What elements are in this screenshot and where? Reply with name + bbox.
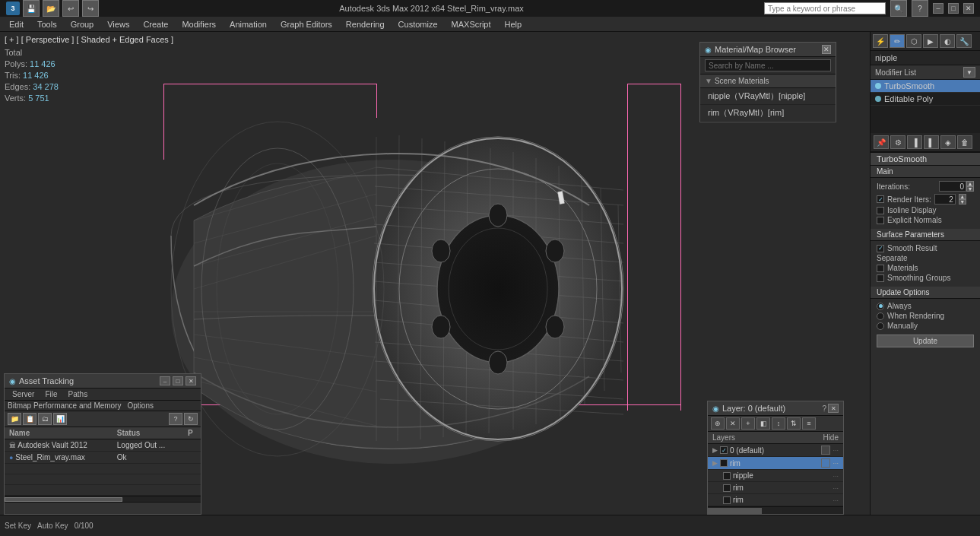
modifier-unique[interactable]: ◈ — [940, 135, 956, 149]
modifier-turbosmooth[interactable]: TurboSmooth — [871, 80, 980, 93]
menu-modifiers[interactable]: Modifiers — [176, 19, 222, 30]
asset-row-1[interactable]: 🏛 Autodesk Vault 2012 Logged Out ... — [5, 439, 201, 452]
update-options-section[interactable]: Update Options — [871, 287, 980, 299]
layer-tool-4[interactable]: ↕ — [772, 417, 785, 430]
layer-item-2[interactable]: nipple ··· — [708, 470, 843, 482]
surface-params-section[interactable]: Surface Parameters — [871, 229, 980, 241]
always-radio[interactable] — [877, 303, 884, 310]
render-iters-input[interactable] — [934, 194, 956, 205]
modifier-configure[interactable]: ⚙ — [890, 135, 905, 149]
layer-check-3[interactable] — [723, 484, 731, 492]
layer-tool-5[interactable]: ⇅ — [787, 417, 801, 430]
modifier-show-end[interactable]: ▐ — [907, 135, 922, 149]
modifier-list-dropdown[interactable]: ▼ — [963, 67, 975, 78]
right-tool-hierarchy[interactable]: ⬡ — [906, 34, 921, 48]
render-iters-check[interactable]: ✓ — [877, 195, 884, 203]
layer-item-1[interactable]: ▶ rim ··· — [708, 457, 843, 470]
render-iters-up[interactable]: ▲ — [959, 194, 966, 199]
asset-menu-server[interactable]: Server — [8, 389, 39, 399]
layer-check-1[interactable] — [720, 459, 728, 467]
asset-tool-help[interactable]: ? — [169, 413, 182, 425]
asset-maximize[interactable]: □ — [173, 376, 183, 385]
when-rendering-radio[interactable] — [877, 312, 884, 320]
menu-graph-editors[interactable]: Graph Editors — [274, 19, 338, 30]
layer-item-0[interactable]: ▶ ✓ 0 (default) ··· — [708, 444, 843, 457]
right-tool-display[interactable]: ◐ — [940, 34, 955, 48]
explicit-check[interactable] — [877, 217, 884, 224]
smoothing-groups-check[interactable] — [877, 274, 884, 282]
toolbar-btn-3[interactable]: ↩ — [62, 0, 79, 17]
menu-create[interactable]: Create — [137, 19, 174, 30]
asset-tool-refresh[interactable]: ↻ — [184, 413, 198, 425]
toolbar-btn-1[interactable]: 💾 — [23, 0, 40, 17]
smooth-result-check[interactable]: ✓ — [877, 245, 884, 252]
iterations-input[interactable] — [939, 181, 966, 192]
asset-tool-3[interactable]: 🗂 — [38, 413, 52, 425]
toolbar-btn-2[interactable]: 📂 — [43, 0, 59, 17]
menu-animation[interactable]: Animation — [224, 19, 273, 30]
layer-tool-3[interactable]: ◧ — [756, 417, 770, 430]
menu-edit[interactable]: Edit — [3, 19, 30, 30]
asset-minimize[interactable]: – — [160, 376, 170, 385]
asset-row-2[interactable]: ● Steel_Rim_vray.max Ok — [5, 452, 201, 464]
right-tool-utilities[interactable]: 🔧 — [956, 34, 972, 48]
search-button[interactable]: 🔍 — [890, 0, 907, 17]
asset-menu-file[interactable]: File — [40, 389, 62, 399]
layer-check-4[interactable] — [723, 496, 731, 504]
svg-point-35 — [432, 316, 450, 338]
mat-item-rim[interactable]: rim（VRayMtl）[rim] — [700, 105, 836, 122]
layer-tool-delete[interactable]: ✕ — [726, 417, 740, 430]
mat-browser-close[interactable]: ✕ — [822, 45, 831, 54]
help-button[interactable]: ? — [912, 0, 928, 17]
layer-item-3[interactable]: rim ··· — [708, 482, 843, 494]
modifier-editable-poly[interactable]: Editable Poly — [871, 93, 980, 106]
main-section[interactable]: Main — [871, 166, 980, 178]
right-tool-create[interactable]: ⚡ — [873, 34, 888, 48]
menu-customize[interactable]: Customize — [392, 19, 444, 30]
layer-panel-close[interactable]: ✕ — [828, 404, 839, 413]
modifier-show-result[interactable]: ▌ — [924, 135, 939, 149]
layer-name-4: rim — [733, 496, 830, 504]
layer-check-0[interactable]: ✓ — [720, 446, 728, 454]
menu-rendering[interactable]: Rendering — [340, 19, 391, 30]
isoline-check[interactable] — [877, 207, 884, 214]
asset-menu-paths[interactable]: Paths — [64, 389, 93, 399]
layer-tool-add[interactable]: + — [741, 417, 755, 430]
render-iters-down[interactable]: ▼ — [959, 199, 966, 205]
manually-radio[interactable] — [877, 322, 884, 330]
mat-search-input[interactable] — [705, 59, 831, 71]
menu-maxscript[interactable]: MAXScript — [446, 19, 497, 30]
layer-item-4[interactable]: rim ··· — [708, 494, 843, 506]
layer-check-2[interactable] — [723, 472, 731, 480]
asset-menu-options[interactable]: Options — [128, 401, 154, 410]
mat-item-nipple[interactable]: nipple（VRayMtl）[nipple] — [700, 88, 836, 105]
asset-tool-1[interactable]: 📁 — [8, 413, 21, 425]
layer-tool-1[interactable]: ⊛ — [711, 417, 725, 430]
layer-tool-6[interactable]: ≡ — [802, 417, 816, 430]
modifier-remove[interactable]: 🗑 — [957, 135, 972, 149]
asset-close[interactable]: ✕ — [186, 376, 196, 385]
menu-help[interactable]: Help — [499, 19, 528, 30]
layer-dots-2: ··· — [833, 472, 839, 480]
close-button[interactable]: ✕ — [963, 3, 974, 14]
menu-views[interactable]: Views — [101, 19, 135, 30]
iterations-down[interactable]: ▼ — [966, 186, 974, 192]
menu-tools[interactable]: Tools — [31, 19, 63, 30]
right-tool-motion[interactable]: ▶ — [923, 34, 938, 48]
right-tool-modify[interactable]: ✏ — [890, 34, 905, 48]
toolbar-btn-4[interactable]: ↪ — [82, 0, 99, 17]
asset-tool-4[interactable]: 📊 — [53, 413, 67, 425]
menu-group[interactable]: Group — [65, 19, 100, 30]
modifier-pin[interactable]: 📌 — [874, 135, 889, 149]
asset-menu-bitmap[interactable]: Bitmap Performance and Memory — [8, 401, 122, 410]
iterations-up[interactable]: ▲ — [966, 181, 974, 186]
turbosmooth-title[interactable]: TurboSmooth — [871, 153, 980, 166]
maximize-button[interactable]: □ — [948, 3, 959, 14]
minimize-button[interactable]: – — [933, 3, 944, 14]
search-input[interactable] — [764, 2, 886, 14]
asset-scrollbar[interactable] — [5, 496, 201, 502]
layer-scrollbar[interactable] — [708, 506, 843, 514]
asset-tool-2[interactable]: 📋 — [23, 413, 36, 425]
materials-check[interactable] — [877, 265, 884, 272]
update-button[interactable]: Update — [877, 335, 974, 347]
